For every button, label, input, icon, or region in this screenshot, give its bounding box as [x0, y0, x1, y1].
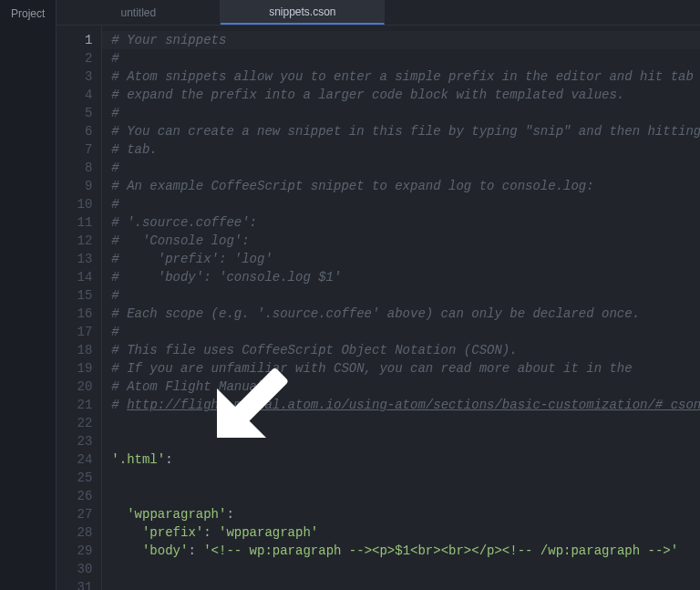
line-number: 3 — [57, 67, 92, 86]
doc-link[interactable]: http://flight-manual.atom.io/using-atom/… — [127, 398, 700, 412]
line-number: 11 — [57, 213, 92, 232]
line-number: 12 — [57, 232, 92, 250]
project-sidebar[interactable]: Project — [0, 0, 57, 590]
line-number: 19 — [57, 359, 92, 378]
tab-label: untitled — [121, 6, 157, 19]
line-number: 18 — [57, 341, 92, 359]
code-line[interactable]: # 'body': 'console.log $1' — [111, 268, 700, 286]
code-line[interactable]: # — [111, 104, 700, 122]
line-number: 10 — [57, 195, 92, 213]
line-number: 16 — [57, 305, 92, 323]
line-number: 17 — [57, 323, 92, 341]
code-line[interactable]: # Atom snippets allow you to enter a sim… — [111, 67, 700, 86]
code-line[interactable] — [111, 487, 700, 505]
code-line[interactable]: 'wpparagraph': — [111, 505, 700, 523]
line-number: 31 — [57, 578, 92, 590]
line-number: 25 — [57, 469, 92, 487]
line-number: 30 — [57, 560, 92, 578]
code-line[interactable] — [111, 469, 700, 487]
line-number: 27 — [57, 505, 92, 523]
line-number: 4 — [57, 86, 92, 104]
tab-untitled[interactable]: untitled — [57, 0, 221, 25]
code-line[interactable]: # 'prefix': 'log' — [111, 250, 700, 268]
code-line[interactable]: # You can create a new snippet in this f… — [111, 122, 700, 140]
line-number: 9 — [57, 177, 92, 195]
line-number: 28 — [57, 523, 92, 542]
tab-label: snippets.cson — [269, 5, 335, 18]
line-number: 23 — [57, 432, 92, 450]
line-number: 8 — [57, 159, 92, 177]
line-number: 26 — [57, 487, 92, 505]
code-line[interactable]: 'prefix': 'wpparagraph' — [111, 523, 700, 542]
code-line[interactable] — [111, 560, 700, 578]
line-number: 7 — [57, 140, 92, 159]
code-line[interactable]: # — [111, 159, 700, 177]
code-line[interactable]: # — [111, 286, 700, 305]
line-number: 5 — [57, 104, 92, 122]
line-number: 1 — [57, 31, 92, 49]
code-editor[interactable]: 1234567891011121314151617181920212223242… — [57, 26, 700, 590]
line-number-gutter: 1234567891011121314151617181920212223242… — [57, 26, 102, 590]
code-line[interactable]: '.html': — [111, 450, 700, 469]
line-number: 29 — [57, 542, 92, 560]
code-line[interactable] — [111, 578, 700, 590]
code-line[interactable]: # This file uses CoffeeScript Object Not… — [111, 341, 700, 359]
code-area[interactable]: # Your snippets## Atom snippets allow yo… — [102, 26, 700, 590]
line-number: 13 — [57, 250, 92, 268]
code-line[interactable]: # '.source.coffee': — [111, 213, 700, 232]
line-number: 6 — [57, 122, 92, 140]
line-number: 2 — [57, 49, 92, 67]
code-line[interactable] — [111, 432, 700, 450]
line-number: 14 — [57, 268, 92, 286]
line-number: 20 — [57, 378, 92, 396]
line-number: 15 — [57, 286, 92, 305]
code-line[interactable]: # expand the prefix into a larger code b… — [111, 86, 700, 104]
line-number: 21 — [57, 396, 92, 414]
code-line[interactable]: # — [111, 195, 700, 213]
code-line[interactable]: 'body': '<!-- wp:paragraph --><p>$1<br><… — [111, 542, 700, 560]
tab-bar: untitled snippets.cson — [57, 0, 700, 26]
code-line[interactable]: # If you are unfamiliar with CSON, you c… — [111, 359, 700, 378]
code-line[interactable]: # Atom Flight Manual: — [111, 378, 700, 396]
line-number: 24 — [57, 450, 92, 469]
code-line[interactable]: # — [111, 49, 700, 67]
code-line[interactable]: # Each scope (e.g. '.source.coffee' abov… — [111, 305, 700, 323]
project-label: Project — [11, 7, 45, 20]
code-line[interactable]: # 'Console log': — [111, 232, 700, 250]
code-line[interactable]: # — [111, 323, 700, 341]
code-line[interactable] — [111, 414, 700, 432]
code-line[interactable]: # tab. — [111, 140, 700, 159]
line-number: 22 — [57, 414, 92, 432]
code-line[interactable]: # http://flight-manual.atom.io/using-ato… — [111, 396, 700, 414]
code-line[interactable]: # An example CoffeeScript snippet to exp… — [111, 177, 700, 195]
tab-snippets-cson[interactable]: snippets.cson — [221, 0, 385, 25]
